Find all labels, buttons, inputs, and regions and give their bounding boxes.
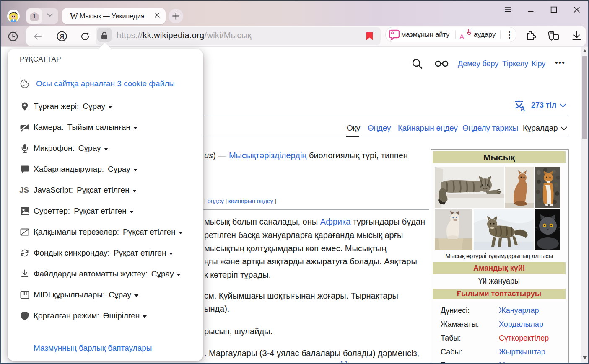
svg-text:Я: Я [60, 33, 64, 40]
svg-text:A: A [459, 33, 464, 40]
svg-text:A: A [520, 106, 525, 112]
svg-text:“: “ [391, 30, 395, 39]
